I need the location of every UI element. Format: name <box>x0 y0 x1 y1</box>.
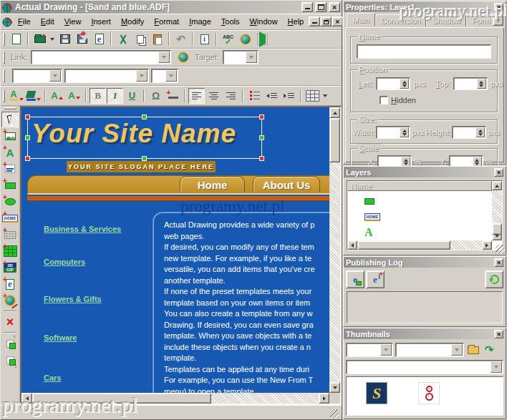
browse-folder-button[interactable] <box>466 342 481 358</box>
add-image-button[interactable] <box>1 128 19 144</box>
bullet-list-button[interactable] <box>246 88 263 104</box>
toolstrip-grip[interactable] <box>4 107 16 109</box>
thumbnail-folder-combo[interactable] <box>395 343 464 357</box>
layers-close-button[interactable]: × <box>494 168 503 177</box>
nav-tab-home[interactable]: Home <box>180 176 245 192</box>
resize-handle-ne[interactable] <box>259 114 264 119</box>
open-dropdown-button[interactable] <box>49 31 56 47</box>
scroll-down-button[interactable] <box>329 382 340 393</box>
thumbnail-item-2[interactable] <box>418 382 440 404</box>
save-button[interactable] <box>57 31 73 47</box>
bold-button[interactable]: B <box>90 88 106 104</box>
resize-handle-sw[interactable] <box>25 156 30 161</box>
open-button[interactable] <box>32 31 48 47</box>
bring-forward-button[interactable]: ↑ <box>1 336 19 351</box>
page-link-computers[interactable]: Computers <box>44 258 85 266</box>
tab-shadow[interactable]: Shadow <box>426 14 466 26</box>
layer-row-button[interactable]: HOME <box>364 210 380 224</box>
align-right-button[interactable] <box>223 88 239 104</box>
properties-close-button[interactable]: × <box>494 3 503 11</box>
mdi-minimize-button[interactable] <box>309 16 320 26</box>
font-size-combo[interactable] <box>151 69 178 83</box>
table-dropdown-button[interactable] <box>322 88 329 104</box>
undo-button[interactable]: ↶ <box>173 31 189 47</box>
hscroll-thumb[interactable] <box>357 240 450 250</box>
add-ellipse-button[interactable] <box>1 194 19 210</box>
refresh-thumbnails-button[interactable]: ↷ <box>483 342 496 358</box>
tab-form[interactable]: Form <box>466 14 496 26</box>
delete-object-button[interactable]: × <box>1 314 19 330</box>
add-text-button[interactable]: A <box>1 145 19 160</box>
hscroll-thumb[interactable] <box>32 393 211 404</box>
menu-edit[interactable]: Edit <box>36 15 59 28</box>
menu-view[interactable]: View <box>59 15 87 28</box>
decrease-font-button[interactable]: A <box>66 88 82 104</box>
mdi-restore-button[interactable] <box>320 16 332 26</box>
name-input[interactable] <box>357 44 491 59</box>
page-design-area[interactable]: Your Site Name YOUR SITE SLOGAN PLACE HE… <box>21 107 329 393</box>
thumbnail-path-combo[interactable] <box>346 360 503 374</box>
paragraph-text[interactable]: Actual Drawing provides a wide variety o… <box>164 220 329 393</box>
spellcheck-button[interactable]: ABC✓ <box>220 31 236 47</box>
indent-button[interactable] <box>281 88 297 104</box>
paste-button[interactable] <box>149 31 165 47</box>
add-paragraph-button[interactable] <box>1 161 19 177</box>
font-size-dropdown[interactable] <box>165 70 177 82</box>
canvas-vertical-scrollbar[interactable] <box>329 107 340 393</box>
left-spinner[interactable] <box>376 77 410 90</box>
rotate-text-button[interactable]: Ω <box>148 88 164 104</box>
spinner-buttons[interactable] <box>400 127 409 137</box>
add-3d-gif-button[interactable]: 3DGIF <box>1 260 19 275</box>
resize-handle-se[interactable] <box>259 156 264 161</box>
fill-color-button[interactable] <box>25 88 42 104</box>
scroll-up-button[interactable] <box>329 107 340 118</box>
toolbar-grip[interactable] <box>3 89 5 102</box>
layers-list[interactable]: Name HOME A <box>347 180 503 250</box>
site-slogan-bar[interactable]: YOUR SITE SLOGAN PLACE HERE <box>67 161 216 172</box>
cut-button[interactable] <box>115 31 131 47</box>
vscroll-thumb[interactable] <box>492 223 502 235</box>
mdi-close-button[interactable]: × <box>332 16 343 26</box>
spinner-buttons[interactable] <box>400 79 409 89</box>
publishing-close-button[interactable]: × <box>494 258 503 267</box>
browse-link-button[interactable] <box>175 49 191 65</box>
dropdown-button[interactable] <box>491 361 502 373</box>
spinner-buttons[interactable] <box>473 157 482 167</box>
dropdown-button[interactable] <box>380 344 392 356</box>
vscroll-thumb[interactable] <box>329 118 340 162</box>
font-name-combo[interactable] <box>64 69 149 83</box>
font-style-combo[interactable] <box>12 69 62 83</box>
add-rectangle-button[interactable] <box>1 177 19 193</box>
scroll-right-button[interactable] <box>319 393 329 404</box>
table-button[interactable] <box>304 88 321 104</box>
menu-tools[interactable]: Tools <box>216 15 245 28</box>
add-form-button[interactable] <box>1 227 19 243</box>
publish-wizard-button[interactable] <box>254 31 271 47</box>
preview-browser-button[interactable] <box>237 31 254 47</box>
toolbar-grip[interactable] <box>3 51 5 64</box>
resize-grip[interactable] <box>496 245 505 254</box>
align-left-button[interactable] <box>188 88 205 104</box>
maximize-button[interactable] <box>315 2 327 12</box>
toolbar-grip[interactable] <box>3 69 5 82</box>
font-color-button[interactable]: A <box>8 88 24 104</box>
thumbnail-category-combo[interactable] <box>346 343 393 357</box>
menu-image[interactable]: Image <box>184 15 216 28</box>
select-tool-button[interactable] <box>1 112 19 127</box>
menu-help[interactable]: Help <box>283 15 309 28</box>
menu-insert[interactable]: Insert <box>86 15 116 28</box>
layers-name-column-header[interactable]: Name <box>347 181 492 191</box>
target-combo[interactable] <box>223 50 259 64</box>
page-link-business[interactable]: Business & Services <box>44 225 121 233</box>
page-link-software[interactable]: Software <box>44 333 77 342</box>
toolbar-grip[interactable] <box>3 33 5 46</box>
scroll-right-button[interactable] <box>482 240 492 250</box>
top-spinner[interactable] <box>453 77 488 90</box>
underline-button[interactable]: U <box>124 88 140 104</box>
save-as-button[interactable] <box>74 31 90 47</box>
align-center-button[interactable] <box>206 88 222 104</box>
minimize-button[interactable] <box>301 2 313 12</box>
menu-modify[interactable]: Modify <box>116 15 149 28</box>
spinner-buttons[interactable] <box>477 79 486 89</box>
copy-button[interactable] <box>132 31 148 47</box>
